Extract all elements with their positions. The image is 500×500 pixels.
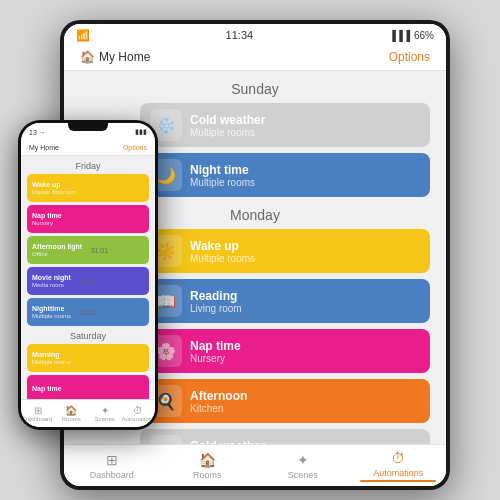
phone-name-text: Movie night [32, 274, 71, 282]
phone-name-text: Morning [32, 351, 71, 359]
scene-card[interactable]: 🌸Nap timeNursery [140, 329, 430, 373]
tab-active-indicator [360, 480, 436, 482]
tab-scenes[interactable]: ✦Scenes [255, 445, 351, 486]
tablet-signal-icon: ▐▐▐ [389, 30, 410, 41]
scene-sub: Multiple rooms [190, 177, 420, 188]
phone-row[interactable]: MorningMultiple rooms [27, 344, 149, 372]
tab-label: Automations [373, 468, 423, 478]
scene-sub: Nursery [190, 353, 420, 364]
phone-sub-text: Nursery [32, 220, 62, 226]
scene-text: AfternoonKitchen [190, 389, 420, 414]
phone-tab-label: Rooms [62, 416, 81, 422]
scene-text: Cold weatherMultiple rooms [190, 439, 420, 445]
phone-time-label: 31:01 [75, 278, 97, 285]
phone-tab-scenes[interactable]: ✦Scenes [88, 400, 122, 427]
phone-tab-label: Dashboard [23, 416, 52, 422]
tablet-nav-bar: 🏠 My Home Options [64, 46, 446, 71]
scene-name: Nap time [190, 339, 420, 353]
phone-battery: ▮▮▮ [135, 128, 147, 136]
scene-card[interactable]: 🌙Night timeMultiple rooms [140, 153, 430, 197]
scene-name: Cold weather [190, 113, 420, 127]
scene-card[interactable]: ☀️Wake upMultiple rooms [140, 229, 430, 273]
phone-name-text: Wake up [32, 181, 76, 189]
scene-sub: Multiple rooms [190, 253, 420, 264]
scene-name: Night time [190, 163, 420, 177]
scene-name: Cold weather [190, 439, 420, 445]
phone-sub-text: Multiple rooms [32, 359, 71, 365]
phone-tab-label: Automations [122, 416, 155, 422]
tablet-options-button[interactable]: Options [389, 50, 430, 64]
phone-tab-automations[interactable]: ⏱Automations [122, 400, 156, 427]
scene-card[interactable]: 🍳AfternoonKitchen [140, 379, 430, 423]
phone-tab-label: Scenes [95, 416, 115, 422]
phone-scene-name: Wake upMaster Bedroom [32, 181, 76, 195]
tablet-time: 11:34 [226, 29, 254, 41]
scene-text: ReadingLiving room [190, 289, 420, 314]
phone-tab-bar: ⊞Dashboard🏠Rooms✦Scenes⏱Automations [21, 399, 155, 427]
scene-text: Nap timeNursery [190, 339, 420, 364]
tab-automations[interactable]: ⏱Automations [351, 445, 447, 486]
phone-tab-dashboard[interactable]: ⊞Dashboard [21, 400, 55, 427]
phone-tab-icon: ⏱ [133, 405, 143, 416]
tab-icon: ⏱ [391, 450, 405, 466]
phone-scene-name: MorningMultiple rooms [32, 351, 71, 365]
phone-row[interactable]: Movie nightMedia room31:01 [27, 267, 149, 295]
phone-notch [68, 123, 108, 131]
phone-row[interactable]: Nap timeNursery [27, 205, 149, 233]
phone-scene-name: Nap time [32, 385, 62, 393]
scene-card[interactable]: 📖ReadingLiving room [140, 279, 430, 323]
phone-sub-text: Master Bedroom [32, 189, 76, 195]
phone-scene-card[interactable]: Nap time [27, 375, 149, 399]
tab-icon: ⊞ [106, 452, 118, 468]
tab-icon: 🏠 [199, 452, 216, 468]
phone-tab-rooms[interactable]: 🏠Rooms [55, 400, 89, 427]
phone-title: My Home [29, 144, 59, 151]
phone-options[interactable]: Options [123, 144, 147, 151]
phone-scene-name: Nap timeNursery [32, 212, 62, 226]
scene-sub: Kitchen [190, 403, 420, 414]
tablet-title: My Home [99, 50, 150, 64]
phone-scene-card[interactable]: NighttimeMultiple rooms31:02 [27, 298, 149, 326]
tablet-battery: 66% [414, 30, 434, 41]
phone-time-label: 31:01 [86, 247, 108, 254]
phone-row[interactable]: Wake upMaster Bedroom [27, 174, 149, 202]
tablet-status-bar: 📶 11:34 ▐▐▐ 66% [64, 24, 446, 46]
tablet-nav-title: 🏠 My Home [80, 50, 150, 64]
phone-scene-card[interactable]: MorningMultiple rooms [27, 344, 149, 372]
phone-day-header: Saturday [27, 331, 149, 341]
home-icon: 🏠 [80, 50, 95, 64]
scene-text: Wake upMultiple rooms [190, 239, 420, 264]
phone-scene-card[interactable]: Nap timeNursery [27, 205, 149, 233]
scene-text: Cold weatherMultiple rooms [190, 113, 420, 138]
scene-card[interactable]: ❄️Cold weatherMultiple rooms [140, 103, 430, 147]
scene-text: Night timeMultiple rooms [190, 163, 420, 188]
phone-scene-card[interactable]: Wake upMaster Bedroom [27, 174, 149, 202]
tab-dashboard[interactable]: ⊞Dashboard [64, 445, 160, 486]
scene-card[interactable]: ❄️Cold weatherMultiple rooms [140, 429, 430, 444]
tab-icon: ✦ [297, 452, 309, 468]
scene-name: Afternoon [190, 389, 420, 403]
phone-scene-card[interactable]: Movie nightMedia room31:01 [27, 267, 149, 295]
phone-tab-icon: ⊞ [34, 405, 42, 416]
phone-name-text: Nighttime [32, 305, 71, 313]
phone-name-text: Nap time [32, 212, 62, 220]
tablet-wifi-icon: 📶 [76, 29, 90, 42]
tablet-status-right: ▐▐▐ 66% [389, 30, 434, 41]
phone-scene-name: Afternoon lightOffice [32, 243, 82, 257]
tab-rooms[interactable]: 🏠Rooms [160, 445, 256, 486]
phone-scene-name: Movie nightMedia room [32, 274, 71, 288]
tablet-tab-bar: ⊞Dashboard🏠Rooms✦Scenes⏱Automations [64, 444, 446, 486]
table-row[interactable]: 17:00❄️Cold weatherMultiple rooms [80, 429, 430, 444]
scene-sub: Living room [190, 303, 420, 314]
phone-row[interactable]: NighttimeMultiple rooms31:02 [27, 298, 149, 326]
phone-scene-card[interactable]: Afternoon lightOffice31:01 [27, 236, 149, 264]
phone-sub-text: Multiple rooms [32, 313, 71, 319]
scene-name: Wake up [190, 239, 420, 253]
phone-sub-text: Media room [32, 282, 71, 288]
phone-row[interactable]: Afternoon lightOffice31:01 [27, 236, 149, 264]
phone-scene-name: NighttimeMultiple rooms [32, 305, 71, 319]
tab-label: Scenes [288, 470, 318, 480]
phone-row[interactable]: Nap time [27, 375, 149, 399]
scene-name: Reading [190, 289, 420, 303]
phone-tab-icon: 🏠 [65, 405, 77, 416]
